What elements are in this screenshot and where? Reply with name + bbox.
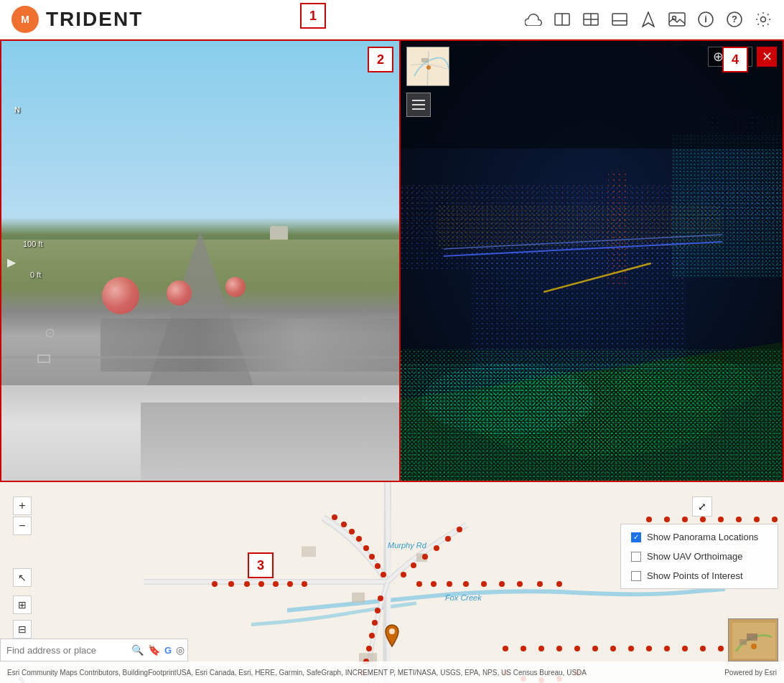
panorama-locations-checkbox[interactable] — [631, 532, 641, 542]
layout-side-icon[interactable] — [553, 10, 571, 29]
map-dot — [244, 581, 250, 587]
svg-point-61 — [751, 644, 757, 649]
map-tool-3[interactable]: ⊟ — [13, 620, 32, 639]
svg-point-16 — [761, 17, 766, 22]
svg-rect-50 — [352, 593, 365, 603]
map-dot — [664, 517, 670, 522]
map-dot — [349, 529, 355, 534]
map-dot — [463, 581, 469, 587]
mini-map-thumbnail[interactable] — [406, 47, 449, 86]
map-dot — [718, 517, 724, 522]
map-dot — [517, 581, 523, 587]
map-dot — [503, 646, 508, 651]
map-dot — [212, 581, 218, 587]
help-icon[interactable]: ? — [725, 10, 744, 29]
rocks — [101, 319, 398, 372]
map-dot — [378, 595, 383, 601]
map-dot — [538, 646, 544, 651]
poi-item[interactable]: Show Points of Interest — [631, 570, 767, 581]
pointcloud-visualization: // Points will be drawn via inline SVG — [401, 41, 783, 482]
map-dot — [341, 522, 347, 527]
toolbar-icons: i ? — [524, 10, 773, 29]
map-dot — [372, 620, 378, 626]
google-icon[interactable]: G — [164, 645, 172, 656]
panel-label-2: 2 — [368, 47, 393, 72]
pointcloud-menu-button[interactable] — [406, 93, 431, 117]
layout-split-icon[interactable] — [582, 10, 600, 29]
uav-orthoimage-checkbox[interactable] — [631, 552, 641, 562]
uav-orthoimage-label: Show UAV Orthoimage — [647, 551, 742, 562]
layout-bottom-icon[interactable] — [610, 10, 629, 29]
zoom-in-button[interactable]: + — [13, 496, 32, 515]
map-expand-button[interactable]: ⤢ — [692, 496, 712, 517]
panorama-sphere-3[interactable] — [225, 277, 246, 297]
map-dot — [228, 581, 234, 587]
map-dot — [592, 646, 598, 651]
map-dot — [556, 581, 562, 587]
map-dot — [401, 572, 406, 578]
map-dot — [718, 646, 724, 651]
logo-icon: M — [11, 6, 39, 33]
poi-label: Show Points of Interest — [647, 570, 743, 581]
svg-rect-7 — [612, 14, 627, 25]
map-panel[interactable]: Murphy Rd Fox Creek Fox Cr. — [0, 481, 784, 683]
distance-marker: 100 ft — [23, 240, 43, 248]
geolocation-icon[interactable]: ◎ — [176, 644, 185, 656]
poi-checkbox[interactable] — [631, 571, 641, 581]
panel-label-3: 3 — [248, 552, 274, 578]
map-dot — [537, 581, 543, 587]
attribution-bar: Esri Community Maps Contributors, Buildi… — [0, 661, 784, 683]
panorama-locations-item[interactable]: Show Panorama Locations — [631, 532, 767, 542]
map-dot — [422, 554, 428, 560]
map-dot — [332, 514, 337, 520]
map-dot — [754, 517, 760, 522]
map-thumbnail[interactable] — [728, 618, 778, 661]
map-dot — [499, 581, 505, 587]
map-dot — [556, 646, 562, 651]
svg-point-44 — [465, 371, 723, 457]
uav-orthoimage-item[interactable]: Show UAV Orthoimage — [631, 551, 767, 562]
zoom-out-button[interactable]: − — [13, 517, 32, 535]
cloud-icon[interactable] — [524, 10, 543, 29]
panorama-sphere-1[interactable] — [102, 277, 139, 314]
svg-text:?: ? — [732, 14, 737, 24]
svg-rect-60 — [739, 639, 747, 645]
powered-by: Powered by Esri — [724, 669, 777, 677]
close-button[interactable]: ✕ — [757, 47, 777, 67]
nav-arrow-left[interactable]: ▶ — [7, 255, 16, 268]
bookmark-icon[interactable]: 🔖 — [148, 644, 160, 656]
map-dot — [369, 554, 375, 560]
compass-label: N — [14, 105, 20, 114]
header: M TRIDENT 1 i ? — [0, 0, 784, 39]
settings-icon[interactable] — [754, 10, 773, 29]
search-bar: 🔍 🔖 G ◎ — [0, 639, 188, 661]
svg-rect-40 — [608, 170, 626, 285]
svg-rect-48 — [421, 58, 429, 62]
panorama-sphere-2[interactable] — [167, 281, 192, 306]
vehicle-box — [141, 402, 399, 482]
image-icon[interactable] — [668, 10, 686, 29]
panorama-panel[interactable]: 100 ft N 0 ft ▶ ⊙ 2 — [1, 41, 401, 482]
search-icon[interactable]: 🔍 — [131, 644, 144, 656]
hamburger-line-3 — [412, 108, 425, 110]
map-dot — [302, 581, 307, 587]
map-dot — [411, 562, 416, 568]
map-dot — [273, 581, 279, 587]
map-dot — [700, 646, 706, 651]
map-dot — [375, 608, 381, 613]
svg-marker-9 — [643, 12, 654, 27]
navigation-icon[interactable] — [639, 10, 658, 29]
measure-tool-button[interactable]: ⊞ — [13, 595, 32, 614]
cursor-tool-button[interactable]: ↖ — [13, 568, 32, 587]
ft-marker: 0 ft — [30, 270, 41, 279]
search-input[interactable] — [6, 645, 127, 656]
map-dot — [445, 536, 451, 542]
map-dot — [628, 646, 634, 651]
pointcloud-panel[interactable]: // Points will be drawn via inline SVG — [401, 41, 783, 482]
map-dot — [481, 581, 487, 587]
map-dot — [366, 646, 372, 651]
svg-rect-59 — [747, 633, 757, 641]
svg-rect-52 — [302, 546, 316, 557]
info-circle-icon[interactable]: i — [696, 10, 715, 29]
map-dot — [457, 527, 462, 532]
